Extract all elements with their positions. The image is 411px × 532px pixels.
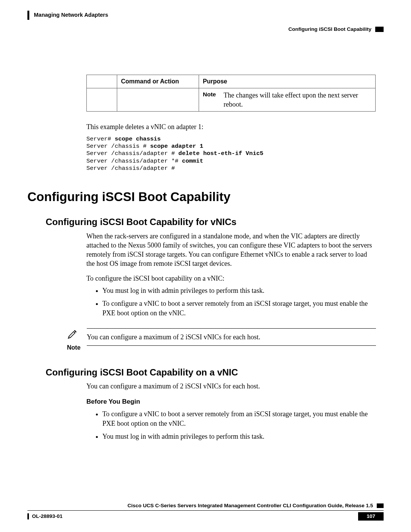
bullet-list: You must log in with admin privileges to… xyxy=(102,286,376,318)
example-intro: This example deletes a vNIC on adapter 1… xyxy=(86,122,376,131)
list-item: You must log in with admin privileges to… xyxy=(102,432,376,441)
page-number: 107 xyxy=(358,512,384,521)
page-footer: Cisco UCS C-Series Servers Integrated Ma… xyxy=(27,502,384,521)
header-rule-left xyxy=(27,11,29,20)
note-icon xyxy=(67,328,78,339)
note-text: You can configure a maximum of 2 iSCSI v… xyxy=(87,333,260,341)
command-table: Command or Action Purpose Note The chang… xyxy=(86,75,376,112)
table-row: Note The changes will take effect upon t… xyxy=(87,88,376,112)
note-callout: Note You can configure a maximum of 2 iS… xyxy=(67,328,376,352)
footer-doc-title: Cisco UCS C-Series Servers Integrated Ma… xyxy=(127,503,373,508)
paragraph: To configure the iSCSI boot capability o… xyxy=(86,274,376,283)
code-block: Server# scope chassis Server /chassis # … xyxy=(86,136,376,173)
subsection-heading-on-vnic: Configuring iSCSI Boot Capability on a v… xyxy=(46,366,384,379)
footer-doc-id: OL-28893-01 xyxy=(32,513,62,520)
footer-rule-icon xyxy=(377,503,384,508)
table-note-label: Note xyxy=(203,91,222,99)
list-item: To configure a vNIC to boot a server rem… xyxy=(102,299,376,318)
before-you-begin-heading: Before You Begin xyxy=(86,398,376,406)
subsection-heading-vnics: Configuring iSCSI Boot Capability for vN… xyxy=(46,216,384,228)
footer-rule-left xyxy=(27,513,29,519)
table-note-text: The changes will take effect upon the ne… xyxy=(224,91,371,109)
note-label: Note xyxy=(67,343,87,352)
section-heading: Configuring iSCSI Boot Capability xyxy=(27,189,384,206)
bullet-list: To configure a vNIC to boot a server rem… xyxy=(102,409,376,441)
running-header: Managing Network Adapters xyxy=(27,11,384,20)
header-rule-right xyxy=(375,27,384,32)
table-header-step xyxy=(87,75,117,88)
header-section-title: Configuring iSCSI Boot Capability xyxy=(288,26,371,33)
paragraph: You can configure a maximum of 2 iSCSI v… xyxy=(86,382,376,391)
paragraph: When the rack-servers are configured in … xyxy=(86,232,376,268)
list-item: To configure a vNIC to boot a server rem… xyxy=(102,409,376,428)
list-item: You must log in with admin privileges to… xyxy=(102,286,376,295)
chapter-title: Managing Network Adapters xyxy=(34,11,108,19)
table-header-purpose: Purpose xyxy=(199,75,376,88)
table-header-command: Command or Action xyxy=(117,75,199,88)
